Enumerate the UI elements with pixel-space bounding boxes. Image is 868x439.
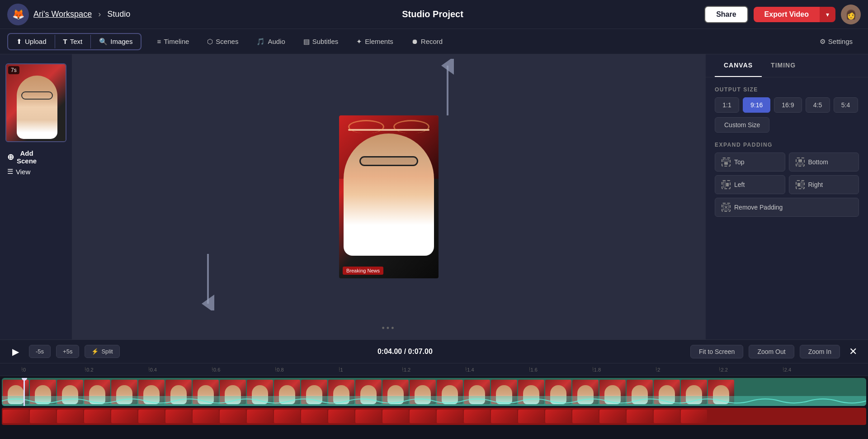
custom-size-button[interactable]: Custom Size [715,117,769,133]
expand-padding-section: EXPAND PADDING Top [715,142,859,217]
drag-handle[interactable]: ••• [382,324,396,333]
record-label: Record [421,38,443,45]
project-title: Studio Project [168,9,697,19]
split-button[interactable]: ⚡ Split [85,345,119,358]
timeline-icon: ≡ [157,38,161,45]
text-icon: T [63,38,67,45]
record-button[interactable]: ⏺ Record [403,34,451,49]
text-label: Text [70,38,83,45]
padding-left-button[interactable]: Left [715,175,785,194]
skip-forward-button[interactable]: +5s [56,345,79,358]
upload-button[interactable]: ⬆ Upload [8,34,55,49]
export-group: Export Video ▾ [754,7,835,22]
size-1-1[interactable]: 1:1 [715,97,739,113]
padding-top-icon [722,157,731,167]
playhead [24,378,25,406]
studio-label: Studio [107,10,130,19]
arrow-up-indicator [434,59,461,119]
padding-bottom-button[interactable]: Bottom [789,153,859,172]
ruler-mark-8: :1.6 [529,367,593,372]
ruler-mark-6: :1.2 [402,367,466,372]
subtitles-button[interactable]: ▤ Subtitles [295,34,347,49]
scene-preview-image [6,64,66,141]
share-button[interactable]: Share [704,6,748,23]
record-icon: ⏺ [411,38,418,45]
search-icon: 🔍 [99,38,108,46]
text-button[interactable]: T Text [55,34,91,49]
padding-grid: Top Bottom [715,153,859,194]
ruler-mark-9: :1.8 [593,367,656,372]
video-preview[interactable]: Breaking News [339,115,439,278]
top-bar-actions: Share Export Video ▾ 👩 [704,5,861,24]
upload-label: Upload [25,38,47,45]
panel-tabs: CANVAS TIMING [706,54,868,77]
zoom-in-button[interactable]: Zoom In [800,345,840,358]
panel-content: OUTPUT SIZE 1:1 9:16 16:9 4:5 5:4 Custom… [706,77,868,226]
time-display: 0:04.00 / 0:07.00 [125,348,685,356]
view-button[interactable]: ☰ View [7,167,30,176]
fit-to-screen-button[interactable]: Fit to Screen [690,345,743,358]
skip-back-button[interactable]: -5s [29,345,51,358]
logo-area: 🦊 Ari's Workspace › Studio [7,4,161,25]
arrow-down-indicator [194,252,222,312]
remove-padding-icon [722,203,731,212]
size-5-4[interactable]: 5:4 [834,97,858,113]
logo-icon: 🦊 [7,4,29,25]
ruler-mark-5: :1 [339,367,402,372]
size-9-16[interactable]: 9:16 [743,97,770,113]
size-16-9[interactable]: 16:9 [774,97,802,113]
timeline-button[interactable]: ≡ Timeline [149,34,197,49]
settings-button[interactable]: ⚙ Settings [811,34,861,49]
workspace-link[interactable]: Ari's Workspace [33,10,92,19]
gear-icon: ⚙ [820,38,826,46]
images-button[interactable]: 🔍 Images [91,34,141,49]
zoom-out-button[interactable]: Zoom Out [749,345,794,358]
scenes-button[interactable]: ⬡ Scenes [199,34,246,49]
padding-left-icon [722,180,731,189]
plus-icon: ⊕ [7,152,14,162]
preview-person-figure [344,134,434,256]
breadcrumb-separator: › [98,10,101,19]
export-dropdown-button[interactable]: ▾ [820,7,835,22]
video-track[interactable] [2,378,866,406]
ruler-mark-3: :0.6 [212,367,275,372]
padding-right-button[interactable]: Right [789,175,859,194]
ruler-mark-12: :2.4 [783,367,846,372]
list-icon: ☰ [7,167,13,176]
main-area: 7s ⊕ Add Scene ☰ View [0,54,868,339]
upload-icon: ⬆ [16,38,22,46]
time-separator: / [404,348,408,355]
play-button[interactable]: ▶ [7,344,24,360]
audio-icon: 🎵 [256,38,265,46]
scenes-label: Scenes [216,38,238,45]
scene-thumbnail-1[interactable]: 7s [5,63,66,142]
elements-button[interactable]: ✦ Elements [348,34,401,49]
svg-rect-8 [723,182,725,187]
add-scene-button[interactable]: ⊕ Add Scene [7,149,37,165]
size-4-5[interactable]: 4:5 [806,97,830,113]
remove-padding-label: Remove Padding [734,204,783,211]
svg-rect-10 [801,182,803,187]
waveform-overlay [2,396,866,406]
svg-rect-7 [798,159,802,162]
subtitles-icon: ▤ [303,38,310,46]
user-avatar[interactable]: 👩 [841,5,861,24]
remove-padding-button[interactable]: Remove Padding [715,198,859,217]
timeline-label: Timeline [164,38,189,45]
tab-canvas[interactable]: CANVAS [715,54,762,77]
svg-rect-4 [723,159,729,161]
split-label: Split [101,348,113,355]
play-icon: ▶ [12,346,19,357]
audio-button[interactable]: 🎵 Audio [248,34,293,49]
export-button[interactable]: Export Video [754,7,820,22]
view-label: View [16,168,30,176]
background-track[interactable] [2,408,866,425]
padding-top-button[interactable]: Top [715,153,785,172]
output-size-section: OUTPUT SIZE 1:1 9:16 16:9 4:5 5:4 Custom… [715,86,859,133]
svg-rect-11 [797,183,800,186]
close-timeline-button[interactable]: ✕ [845,346,861,358]
tab-timing[interactable]: TIMING [762,54,805,77]
svg-rect-5 [724,162,728,165]
canvas-area: Breaking News ••• [72,54,705,339]
media-toolbar-group: ⬆ Upload T Text 🔍 Images [7,33,142,50]
